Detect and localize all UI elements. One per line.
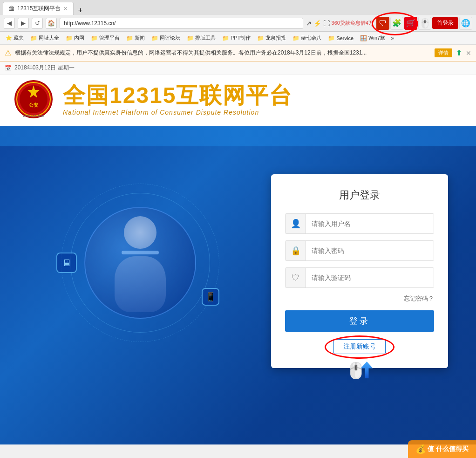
nav-bar: ◀ ▶ ↺ 🏠 http://www.12315.cn/ ↗ ⚡ ⛶ 360贷款…: [0, 15, 476, 32]
bookmark-label: 内网: [74, 34, 84, 41]
site-logo: 公安 www.12315.cn: [14, 80, 54, 121]
bookmark-layout[interactable]: 📁 排版工具: [184, 34, 218, 42]
hologram-illustration: 🖥 📱: [28, 179, 252, 347]
mouse-icon-nav: 🖱️: [418, 17, 431, 30]
refresh-button[interactable]: ↺: [32, 18, 43, 29]
info-bar: ⚠ 根据有关法律法规规定，用户不提供真实身份信息的，网络运营者不得为其提供相关服…: [0, 45, 476, 62]
home-button[interactable]: 🏠: [46, 18, 57, 29]
tab-close-btn[interactable]: ✕: [63, 6, 68, 12]
shield-check-icon: 🛡: [286, 267, 306, 288]
browser-frame: 🏛 12315互联网平台 ✕ + ◀ ▶ ↺ 🏠 http://www.1231…: [0, 0, 476, 75]
folder-icon: 📁: [66, 35, 73, 41]
captcha-field: 🛡: [285, 267, 434, 288]
website-area: 公安 www.12315.cn 全国12315互联网平台 National In…: [0, 75, 476, 444]
win-icon: 🪟: [360, 35, 367, 41]
watermark-area: 💰 值 什么值得买: [408, 440, 476, 458]
bookmarks-more-btn[interactable]: »: [389, 34, 396, 42]
username-input[interactable]: [306, 213, 434, 234]
login-button[interactable]: 登录: [285, 310, 434, 332]
upload-arrow-register: [361, 362, 373, 378]
url-text: http://www.12315.cn/: [64, 20, 116, 27]
bookmark-news[interactable]: 📁 新闻: [123, 34, 148, 42]
bookmark-label: 管理平台: [99, 34, 120, 41]
bookmark-label: 杂七杂八: [301, 34, 321, 41]
forgot-password-link[interactable]: 忘记密码？: [404, 295, 434, 302]
expand-icon[interactable]: ⛶: [323, 20, 330, 27]
bookmarks-bar: ⭐ 藏夹 📁 网址大全 📁 内网 📁 管理平台 📁 新闻 📁 网评论坛 📁 排版…: [0, 32, 476, 45]
folder-icon: 📁: [126, 35, 133, 41]
bookmark-intranet[interactable]: 📁 内网: [63, 34, 87, 42]
new-tab-btn[interactable]: +: [75, 6, 85, 15]
nav-right-area: ↗ ⚡ ⛶ 360贷款免息借4万: [306, 20, 374, 27]
captcha-input[interactable]: [306, 267, 434, 288]
tab-label: 12315互联网平台: [17, 5, 61, 13]
register-link-area: 注册新账号 🖱️: [285, 339, 434, 354]
bookmark-label: 龙泉招投: [265, 34, 286, 41]
blue-nav-bar: [0, 126, 476, 146]
favorites-icon: ⭐: [6, 35, 12, 41]
date-bar: 📅 2018年03月12日 星期一: [0, 62, 476, 75]
info-bar-text: 根据有关法律法规规定，用户不提供真实身份信息的，网络运营者不得为其提供相关服务。…: [15, 49, 431, 57]
top-login-button[interactable]: 首登录: [432, 17, 458, 29]
bookmark-label: PPT制作: [231, 34, 251, 41]
bookmark-label: Service: [336, 35, 354, 41]
back-button[interactable]: ◀: [4, 18, 15, 29]
share-icon[interactable]: ↗: [306, 20, 312, 27]
tabs-area: 🏛 12315互联网平台 ✕ +: [0, 0, 476, 15]
username-field: 👤: [285, 213, 434, 234]
main-hologram-circle: [84, 207, 196, 319]
bookmark-label: Win7旅: [368, 34, 385, 41]
bookmark-favorites[interactable]: ⭐ 藏夹: [3, 34, 27, 42]
tab-favicon: 🏛: [9, 6, 14, 12]
bookmark-forum[interactable]: 📁 网评论坛: [149, 34, 183, 42]
address-bar[interactable]: http://www.12315.cn/: [60, 18, 303, 29]
folder-icon: 📁: [187, 35, 194, 41]
bookmark-label: 网址大全: [39, 34, 59, 41]
main-content-area: 🖥 📱 用户登录 👤 🔒 🛡: [0, 146, 476, 444]
forward-button[interactable]: ▶: [18, 18, 29, 29]
lightning-icon[interactable]: ⚡: [313, 20, 321, 27]
lock-icon: 🔒: [286, 240, 306, 261]
date-text: 2018年03月12日 星期一: [14, 64, 75, 72]
bookmark-label: 藏夹: [14, 34, 24, 41]
site-header: 公安 www.12315.cn 全国12315互联网平台 National In…: [0, 75, 476, 126]
login-title: 用户登录: [285, 188, 434, 202]
bookmark-ppt[interactable]: 📁 PPT制作: [219, 34, 253, 42]
browser-icon-2[interactable]: 🧩: [390, 17, 403, 30]
register-button[interactable]: 注册新账号: [333, 339, 386, 354]
user-icon: 👤: [286, 213, 306, 234]
monitor-icon: 🖥: [56, 253, 77, 273]
bookmark-label: 网评论坛: [160, 34, 180, 41]
folder-icon: 📁: [257, 35, 264, 41]
site-title-chinese: 全国12315互联网平台: [63, 84, 292, 107]
info-bar-icon: ⬆: [456, 48, 462, 57]
info-warning-icon: ⚠: [5, 48, 11, 57]
detail-button[interactable]: 详情: [435, 48, 452, 57]
svg-text:公安: 公安: [28, 103, 38, 108]
folder-icon: 📁: [151, 35, 158, 41]
login-panel: 用户登录 👤 🔒 🛡 忘记密码？ 登录: [271, 174, 448, 368]
bookmark-mgmt[interactable]: 📁 管理平台: [88, 34, 122, 42]
site-title-area: 全国12315互联网平台 National Internet Platform …: [63, 84, 292, 116]
browser-icon-extra[interactable]: 🌐: [459, 17, 472, 30]
folder-icon: 📁: [91, 35, 98, 41]
bookmark-win7[interactable]: 🪟 Win7旅: [357, 34, 388, 42]
bookmark-label: 新闻: [135, 34, 145, 41]
person-body: [115, 256, 166, 312]
info-bar-close[interactable]: ✕: [466, 49, 471, 57]
bookmark-service[interactable]: 📁 Service: [325, 34, 356, 42]
password-input[interactable]: [306, 240, 434, 261]
browser-icon-1[interactable]: 🛡: [376, 17, 389, 30]
active-tab[interactable]: 🏛 12315互联网平台 ✕: [3, 2, 74, 15]
ad-text: 360贷款免息借4万: [332, 20, 374, 27]
bookmark-url-list[interactable]: 📁 网址大全: [27, 34, 62, 42]
folder-icon: 📁: [292, 35, 299, 41]
person-head: [124, 216, 156, 249]
bookmark-longquan[interactable]: 📁 龙泉招投: [254, 34, 289, 42]
browser-icon-shopping[interactable]: 🛒: [404, 17, 417, 30]
folder-icon: 📁: [222, 35, 229, 41]
phone-icon: 📱: [202, 288, 219, 306]
headset: [122, 251, 159, 254]
bookmark-misc[interactable]: 📁 杂七杂八: [290, 34, 324, 42]
bookmark-label: 排版工具: [195, 34, 216, 41]
